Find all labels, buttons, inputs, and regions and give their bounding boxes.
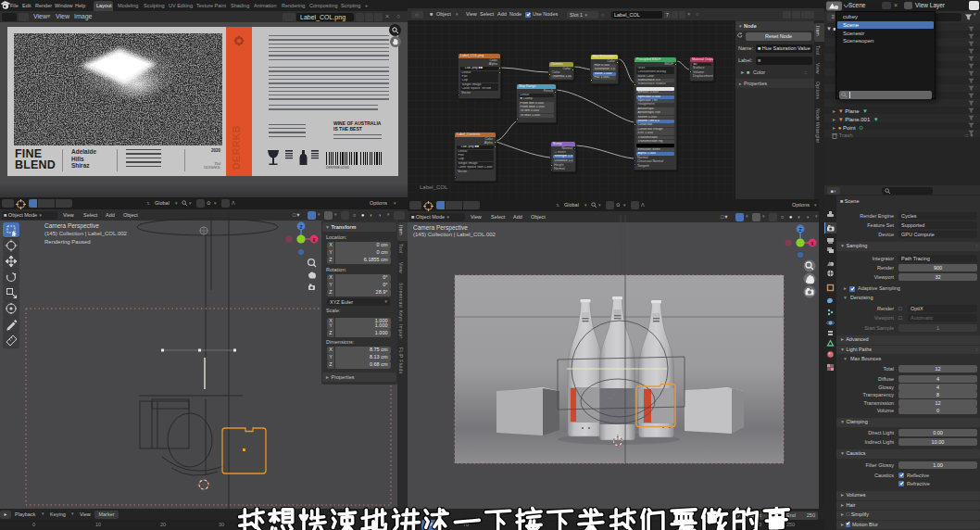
svg-text:Z: Z xyxy=(299,224,302,230)
svg-text:Z: Z xyxy=(798,227,801,233)
